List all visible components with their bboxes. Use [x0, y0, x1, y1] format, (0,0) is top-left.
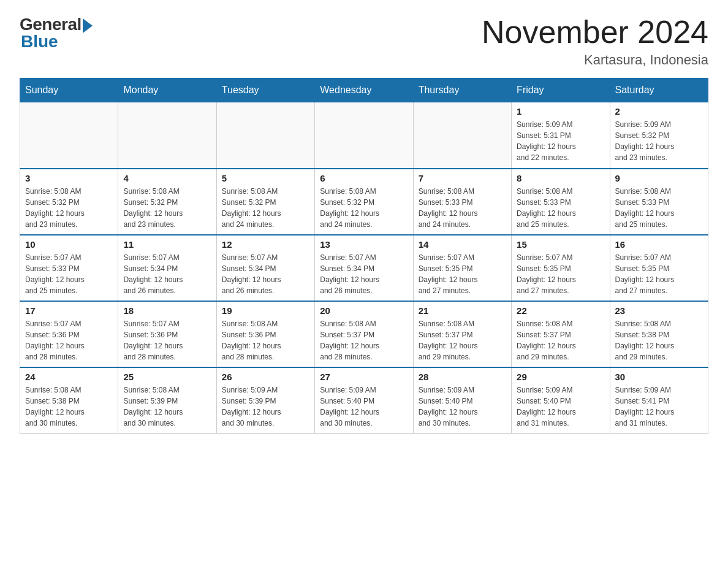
calendar-cell: 19Sunrise: 5:08 AMSunset: 5:36 PMDayligh…: [216, 301, 314, 367]
day-info: Sunrise: 5:07 AMSunset: 5:33 PMDaylight:…: [25, 252, 113, 296]
day-info: Sunrise: 5:07 AMSunset: 5:36 PMDaylight:…: [123, 318, 211, 362]
day-info: Sunrise: 5:07 AMSunset: 5:34 PMDaylight:…: [222, 252, 309, 296]
calendar-cell: [216, 102, 314, 169]
day-info: Sunrise: 5:09 AMSunset: 5:32 PMDaylight:…: [615, 119, 703, 163]
day-header-monday: Monday: [118, 79, 216, 102]
day-number: 15: [517, 239, 604, 250]
day-number: 11: [123, 239, 211, 250]
day-number: 27: [320, 372, 408, 382]
day-number: 30: [615, 372, 703, 382]
day-info: Sunrise: 5:07 AMSunset: 5:34 PMDaylight:…: [320, 252, 408, 296]
calendar-cell: 26Sunrise: 5:09 AMSunset: 5:39 PMDayligh…: [216, 367, 314, 434]
calendar-cell: 17Sunrise: 5:07 AMSunset: 5:36 PMDayligh…: [20, 301, 118, 367]
day-info: Sunrise: 5:08 AMSunset: 5:32 PMDaylight:…: [25, 186, 113, 230]
day-info: Sunrise: 5:09 AMSunset: 5:40 PMDaylight:…: [320, 385, 408, 429]
day-info: Sunrise: 5:08 AMSunset: 5:37 PMDaylight:…: [320, 318, 408, 362]
day-number: 20: [320, 305, 408, 316]
day-number: 16: [615, 239, 703, 250]
day-number: 10: [25, 239, 113, 250]
month-title: November 2024: [482, 15, 708, 50]
calendar-cell: 21Sunrise: 5:08 AMSunset: 5:37 PMDayligh…: [413, 301, 511, 367]
day-header-sunday: Sunday: [20, 79, 118, 102]
day-number: 12: [222, 239, 309, 250]
calendar-cell: 23Sunrise: 5:08 AMSunset: 5:38 PMDayligh…: [610, 301, 708, 367]
calendar-header-row: SundayMondayTuesdayWednesdayThursdayFrid…: [20, 79, 708, 102]
calendar-cell: [118, 102, 216, 169]
calendar-cell: 8Sunrise: 5:08 AMSunset: 5:33 PMDaylight…: [512, 169, 610, 235]
day-info: Sunrise: 5:08 AMSunset: 5:38 PMDaylight:…: [25, 385, 113, 429]
day-number: 7: [419, 173, 506, 183]
calendar-cell: 9Sunrise: 5:08 AMSunset: 5:33 PMDaylight…: [610, 169, 708, 235]
logo-arrow-icon: [83, 18, 93, 33]
calendar-cell: 29Sunrise: 5:09 AMSunset: 5:40 PMDayligh…: [512, 367, 610, 434]
day-info: Sunrise: 5:09 AMSunset: 5:39 PMDaylight:…: [222, 385, 309, 429]
logo-blue-text: Blue: [21, 32, 58, 52]
day-info: Sunrise: 5:08 AMSunset: 5:33 PMDaylight:…: [615, 186, 703, 230]
calendar-cell: 15Sunrise: 5:07 AMSunset: 5:35 PMDayligh…: [512, 235, 610, 301]
day-header-tuesday: Tuesday: [216, 79, 314, 102]
calendar-week-row: 1Sunrise: 5:09 AMSunset: 5:31 PMDaylight…: [20, 102, 708, 169]
calendar-cell: 27Sunrise: 5:09 AMSunset: 5:40 PMDayligh…: [315, 367, 413, 434]
day-number: 24: [25, 372, 113, 382]
day-number: 29: [517, 372, 604, 382]
day-info: Sunrise: 5:08 AMSunset: 5:38 PMDaylight:…: [615, 318, 703, 362]
day-info: Sunrise: 5:07 AMSunset: 5:35 PMDaylight:…: [517, 252, 604, 296]
calendar-cell: 11Sunrise: 5:07 AMSunset: 5:34 PMDayligh…: [118, 235, 216, 301]
day-number: 1: [517, 106, 604, 117]
day-header-thursday: Thursday: [413, 79, 511, 102]
day-header-wednesday: Wednesday: [315, 79, 413, 102]
day-info: Sunrise: 5:09 AMSunset: 5:31 PMDaylight:…: [517, 119, 604, 163]
calendar-cell: 18Sunrise: 5:07 AMSunset: 5:36 PMDayligh…: [118, 301, 216, 367]
day-number: 17: [25, 305, 113, 316]
day-number: 2: [615, 106, 703, 117]
calendar-week-row: 17Sunrise: 5:07 AMSunset: 5:36 PMDayligh…: [20, 301, 708, 367]
calendar-cell: 1Sunrise: 5:09 AMSunset: 5:31 PMDaylight…: [512, 102, 610, 169]
day-info: Sunrise: 5:07 AMSunset: 5:35 PMDaylight:…: [615, 252, 703, 296]
day-info: Sunrise: 5:08 AMSunset: 5:33 PMDaylight:…: [517, 186, 604, 230]
calendar-cell: 4Sunrise: 5:08 AMSunset: 5:32 PMDaylight…: [118, 169, 216, 235]
day-info: Sunrise: 5:09 AMSunset: 5:41 PMDaylight:…: [615, 385, 703, 429]
calendar-cell: [20, 102, 118, 169]
day-info: Sunrise: 5:07 AMSunset: 5:36 PMDaylight:…: [25, 318, 113, 362]
calendar-cell: 14Sunrise: 5:07 AMSunset: 5:35 PMDayligh…: [413, 235, 511, 301]
day-info: Sunrise: 5:08 AMSunset: 5:37 PMDaylight:…: [517, 318, 604, 362]
calendar-cell: 25Sunrise: 5:08 AMSunset: 5:39 PMDayligh…: [118, 367, 216, 434]
day-number: 19: [222, 305, 309, 316]
day-info: Sunrise: 5:09 AMSunset: 5:40 PMDaylight:…: [517, 385, 604, 429]
calendar-cell: 16Sunrise: 5:07 AMSunset: 5:35 PMDayligh…: [610, 235, 708, 301]
day-number: 4: [123, 173, 211, 183]
day-info: Sunrise: 5:08 AMSunset: 5:32 PMDaylight:…: [222, 186, 309, 230]
calendar-cell: 12Sunrise: 5:07 AMSunset: 5:34 PMDayligh…: [216, 235, 314, 301]
day-number: 9: [615, 173, 703, 183]
day-info: Sunrise: 5:08 AMSunset: 5:32 PMDaylight:…: [123, 186, 211, 230]
calendar-cell: 20Sunrise: 5:08 AMSunset: 5:37 PMDayligh…: [315, 301, 413, 367]
day-number: 21: [419, 305, 506, 316]
day-header-saturday: Saturday: [610, 79, 708, 102]
calendar-cell: 6Sunrise: 5:08 AMSunset: 5:32 PMDaylight…: [315, 169, 413, 235]
calendar-week-row: 3Sunrise: 5:08 AMSunset: 5:32 PMDaylight…: [20, 169, 708, 235]
day-info: Sunrise: 5:08 AMSunset: 5:32 PMDaylight:…: [320, 186, 408, 230]
calendar-cell: 24Sunrise: 5:08 AMSunset: 5:38 PMDayligh…: [20, 367, 118, 434]
day-info: Sunrise: 5:08 AMSunset: 5:39 PMDaylight:…: [123, 385, 211, 429]
day-number: 22: [517, 305, 604, 316]
calendar-cell: [413, 102, 511, 169]
day-number: 25: [123, 372, 211, 382]
logo: General Blue: [20, 15, 93, 52]
calendar-cell: 5Sunrise: 5:08 AMSunset: 5:32 PMDaylight…: [216, 169, 314, 235]
day-info: Sunrise: 5:08 AMSunset: 5:37 PMDaylight:…: [419, 318, 506, 362]
day-number: 13: [320, 239, 408, 250]
calendar-cell: 30Sunrise: 5:09 AMSunset: 5:41 PMDayligh…: [610, 367, 708, 434]
day-number: 26: [222, 372, 309, 382]
calendar-cell: [315, 102, 413, 169]
calendar-week-row: 24Sunrise: 5:08 AMSunset: 5:38 PMDayligh…: [20, 367, 708, 434]
day-number: 23: [615, 305, 703, 316]
page-header: General Blue November 2024 Kartasura, In…: [20, 15, 708, 68]
day-number: 18: [123, 305, 211, 316]
day-number: 5: [222, 173, 309, 183]
calendar-cell: 22Sunrise: 5:08 AMSunset: 5:37 PMDayligh…: [512, 301, 610, 367]
day-number: 14: [419, 239, 506, 250]
day-info: Sunrise: 5:08 AMSunset: 5:36 PMDaylight:…: [222, 318, 309, 362]
calendar-cell: 2Sunrise: 5:09 AMSunset: 5:32 PMDaylight…: [610, 102, 708, 169]
calendar-week-row: 10Sunrise: 5:07 AMSunset: 5:33 PMDayligh…: [20, 235, 708, 301]
day-number: 28: [419, 372, 506, 382]
